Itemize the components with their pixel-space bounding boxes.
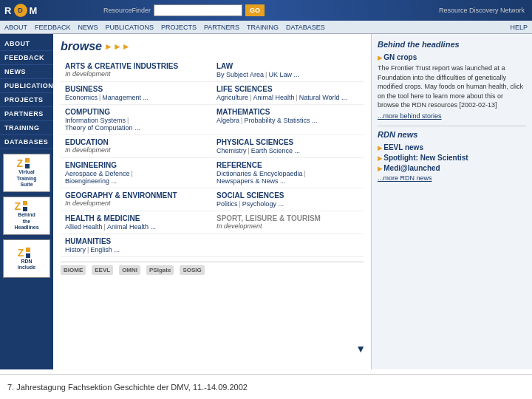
divider-1 <box>378 126 526 126</box>
browse-header: browse ►►► <box>61 40 364 53</box>
category-social-sciences-title[interactable]: SOCIAL SCIENCES <box>216 191 359 200</box>
banner-z-2: Z <box>14 200 21 212</box>
eng-link-bio[interactable]: Bioengineering ... <box>65 177 117 185</box>
logo-psigate: PSIgate <box>146 265 174 275</box>
category-computing-links: Information Systems| Theory of Computati… <box>65 117 208 132</box>
go-button[interactable]: GO <box>245 4 265 16</box>
search-area: ResourceFinder GO <box>103 4 265 16</box>
browse-arrows: ►►► <box>104 41 131 52</box>
banner-text-3: RDNinclude <box>18 259 36 271</box>
category-reference: REFERENCE Dictionaries & Encyclopaedia| … <box>212 158 364 188</box>
banner-text-1: VirtualTrainingSuite <box>16 169 36 188</box>
nav-databases[interactable]: DATABASES <box>286 24 325 31</box>
math-link-algebra[interactable]: Algebra <box>216 117 239 124</box>
category-physical-sciences-links: Chemistry|Earth Science ... <box>216 147 359 154</box>
social-link-psychology[interactable]: Psychology ... <box>242 200 284 208</box>
category-arts-title[interactable]: ARTS & CREATIVE INDUSTRIES <box>65 62 208 70</box>
law-link-uk[interactable]: UK Law ... <box>268 71 299 78</box>
category-business-links: Economics|Management ... <box>65 94 208 101</box>
category-life-sciences-title[interactable]: LIFE SCIENCES <box>216 85 359 93</box>
gn-crops-section: GN crops The Frontier Trust report was l… <box>378 53 526 120</box>
sidebar-item-databases[interactable]: DATABASES <box>0 135 53 149</box>
news-item-eevl[interactable]: EEVL news <box>378 143 526 151</box>
phys-link-earth[interactable]: Earth Science ... <box>251 147 300 154</box>
category-sport: SPORT, LEISURE & TOURISM In development <box>212 211 364 234</box>
category-education-title[interactable]: EDUCATION <box>65 138 208 146</box>
banner-virtual-training[interactable]: Z VirtualTrainingSuite <box>3 154 50 192</box>
business-link-economics[interactable]: Economics <box>65 94 98 101</box>
category-business-title[interactable]: BUSINESS <box>65 85 208 93</box>
life-link-natural[interactable]: Natural World ... <box>299 94 347 101</box>
logo-omni: OMNI <box>119 265 140 275</box>
category-health-title[interactable]: HEALTH & MEDICINE <box>65 214 208 222</box>
gn-crops-title[interactable]: GN crops <box>378 53 526 61</box>
logo-circle: D <box>14 4 27 17</box>
category-computing-title[interactable]: COMPUTING <box>65 108 208 116</box>
health-link-allied[interactable]: Allied Health <box>65 223 103 231</box>
category-engineering-title[interactable]: ENGINEERING <box>65 161 208 169</box>
humanities-link-english[interactable]: English ... <box>90 246 120 253</box>
scroll-down-arrow[interactable]: ▼ <box>355 343 366 355</box>
sidebar-item-feedback[interactable]: FEEDBACK <box>0 51 53 65</box>
more-stories-link[interactable]: ...more behind stories <box>378 112 526 120</box>
category-law-title[interactable]: LAW <box>216 62 359 70</box>
social-link-politics[interactable]: Politics <box>216 200 238 208</box>
banner-rdn-include[interactable]: Z RDNinclude <box>3 239 50 278</box>
news-item-spotlight[interactable]: Spotlight: New Scientist <box>378 154 526 162</box>
nav-training[interactable]: TRAINING <box>247 24 279 31</box>
life-link-animal[interactable]: Animal Health <box>253 94 294 101</box>
category-mathematics-title[interactable]: MATHEMATICS <box>216 108 359 116</box>
nav-feedback[interactable]: FEEDBACK <box>35 24 71 31</box>
nav-news[interactable]: NEWS <box>78 24 98 31</box>
math-link-probability[interactable]: Probability & Statistics ... <box>244 117 317 124</box>
category-education-sub: In development <box>65 146 208 154</box>
category-humanities-title[interactable]: HUMANITIES <box>65 237 208 245</box>
help-link[interactable]: HELP <box>510 24 528 31</box>
sidebar-item-about[interactable]: ABOUT <box>0 37 53 51</box>
logo-m: M <box>29 5 38 16</box>
main-layout: ABOUT FEEDBACK NEWS PUBLICATIONS PROJECT… <box>0 34 532 369</box>
nav-publications[interactable]: PUBLICATIONS <box>106 24 154 31</box>
bottom-text: 7. Jahrestagung Fachsektion Geschichte d… <box>7 383 248 392</box>
category-geography-title[interactable]: GEOGRAPHY & ENVIRONMENT <box>65 191 208 200</box>
categories-grid: ARTS & CREATIVE INDUSTRIES In developmen… <box>61 59 364 257</box>
logo-biome: BIOME <box>61 265 86 275</box>
sidebar-item-publications[interactable]: PUBLICATIONS <box>0 79 53 93</box>
category-reference-title[interactable]: REFERENCE <box>216 161 359 169</box>
computing-link-info[interactable]: Information Systems <box>65 117 126 124</box>
sidebar-item-projects[interactable]: PROJECTS <box>0 93 53 107</box>
law-link-subject[interactable]: By Subject Area <box>216 71 264 78</box>
phys-link-chemistry[interactable]: Chemistry <box>216 147 247 154</box>
sidebar-item-news[interactable]: NEWS <box>0 65 53 79</box>
ref-link-dict[interactable]: Dictionaries & Encyclopaedia <box>216 170 303 177</box>
category-humanities: HUMANITIES History|English ... <box>61 234 212 257</box>
sidebar: ABOUT FEEDBACK NEWS PUBLICATIONS PROJECT… <box>0 34 53 369</box>
banner-behind-headlines[interactable]: Z BehindtheHeadlines <box>3 197 50 235</box>
humanities-link-history[interactable]: History <box>65 246 86 253</box>
header-right: Resource Discovery Network <box>439 7 525 14</box>
sidebar-item-training[interactable]: TRAINING <box>0 121 53 135</box>
category-sport-sub: In development <box>216 222 359 230</box>
browse-title: browse <box>61 40 102 53</box>
category-mathematics: MATHEMATICS Algebra|Probability & Statis… <box>212 105 364 135</box>
life-link-agriculture[interactable]: Agriculture <box>216 94 248 101</box>
category-life-sciences-links: Agriculture|Animal Health|Natural World … <box>216 94 359 101</box>
rdn-news-section: EEVL news Spotlight: New Scientist Medi@… <box>378 143 526 182</box>
search-input[interactable] <box>154 4 242 16</box>
news-item-media[interactable]: Medi@launched <box>378 164 526 172</box>
category-engineering: ENGINEERING Aerospace & Defence| Bioengi… <box>61 158 212 188</box>
category-health-links: Allied Health|Animal Health ... <box>65 223 208 231</box>
nav-projects[interactable]: PROJECTS <box>161 24 197 31</box>
nav-partners[interactable]: PARTNERS <box>204 24 239 31</box>
business-link-management[interactable]: Management ... <box>102 94 149 101</box>
category-spacer <box>212 234 364 257</box>
computing-link-theory[interactable]: Theory of Computation ... <box>65 124 140 132</box>
eng-link-aerospace[interactable]: Aerospace & Defence <box>65 170 130 177</box>
sidebar-item-partners[interactable]: PARTNERS <box>0 107 53 121</box>
more-news-link[interactable]: ...more RDN news <box>378 174 526 182</box>
health-link-animal[interactable]: Animal Health ... <box>107 223 156 231</box>
nav-about[interactable]: ABOUT <box>4 24 27 31</box>
ref-link-news[interactable]: Newspapers & News ... <box>216 177 286 185</box>
category-physical-sciences-title[interactable]: PHYSICAL SCIENCES <box>216 138 359 146</box>
right-panel-headline: Behind the headlines <box>378 40 526 49</box>
